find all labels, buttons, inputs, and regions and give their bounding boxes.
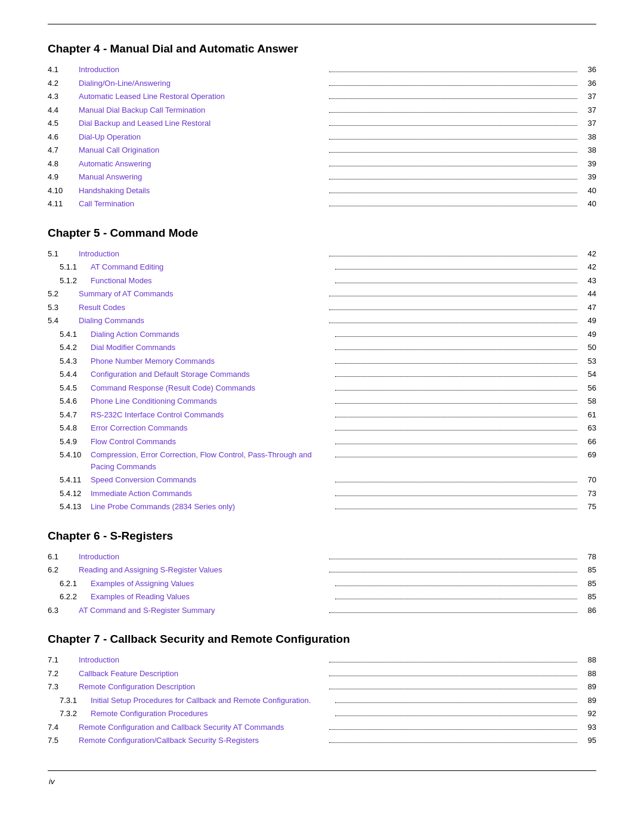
toc-link[interactable]: Automatic Leased Line Restoral Operation — [79, 91, 327, 103]
toc-link[interactable]: Phone Number Memory Commands — [91, 355, 333, 367]
toc-link[interactable]: Line Probe Commands (2834 Series only) — [91, 501, 333, 513]
toc-link[interactable]: Callback Feature Description — [79, 668, 327, 680]
toc-number: 4.3 — [48, 91, 79, 103]
toc-dots — [335, 336, 577, 337]
toc-number: 5.4.11 — [48, 474, 91, 486]
toc-page: 73 — [580, 488, 596, 500]
toc-link[interactable]: Remote Configuration/Callback Security S… — [79, 735, 327, 747]
toc-link[interactable]: Dialing Commands — [79, 315, 327, 327]
toc-dots — [329, 152, 577, 153]
toc-number: 4.10 — [48, 185, 79, 197]
toc-link[interactable]: Remote Configuration Procedures — [91, 708, 333, 720]
toc-dots — [335, 390, 577, 391]
top-border — [48, 24, 596, 24]
toc-link[interactable]: Flow Control Commands — [91, 436, 333, 448]
toc-link[interactable]: Speed Conversion Commands — [91, 474, 333, 486]
toc-link[interactable]: Summary of AT Commands — [79, 288, 327, 300]
toc-dots — [335, 599, 577, 599]
toc-link[interactable]: Manual Dial Backup Call Termination — [79, 104, 327, 116]
toc-number: 5.4.1 — [48, 329, 91, 340]
toc-link[interactable]: Error Correction Commands — [91, 422, 333, 434]
chapter-block-chapter5: Chapter 5 - Command Mode5.1Introduction4… — [48, 227, 596, 513]
toc-link[interactable]: Manual Answering — [79, 171, 327, 183]
toc-number: 5.4.3 — [48, 355, 91, 367]
toc-number: 5.4.9 — [48, 436, 91, 448]
toc-link[interactable]: Introduction — [79, 64, 327, 76]
toc-link[interactable]: Handshaking Details — [79, 185, 327, 197]
toc-entry: 7.1Introduction88 — [48, 654, 596, 666]
toc-entry: 4.6Dial-Up Operation38 — [48, 131, 596, 143]
toc-page: 37 — [580, 117, 596, 129]
toc-page: 56 — [580, 382, 596, 394]
toc-dots — [335, 283, 577, 283]
toc-entry: 7.3.1Initial Setup Procedures for Callba… — [48, 695, 596, 707]
toc-link[interactable]: Dial-Up Operation — [79, 131, 327, 143]
toc-page: 38 — [580, 144, 596, 156]
toc-entry: 5.4.10Compression, Error Correction, Flo… — [48, 449, 596, 472]
toc-link[interactable]: Automatic Answering — [79, 158, 327, 170]
toc-number: 6.2.1 — [48, 578, 91, 590]
toc-link[interactable]: RS-232C Interface Control Commands — [91, 409, 333, 421]
toc-link[interactable]: Introduction — [79, 551, 327, 563]
toc-number: 5.4.8 — [48, 422, 91, 434]
toc-number: 5.4.12 — [48, 488, 91, 500]
toc-number: 6.1 — [48, 551, 79, 563]
toc-page: 58 — [580, 395, 596, 407]
toc-entry: 6.2Reading and Assigning S-Register Valu… — [48, 564, 596, 576]
toc-link[interactable]: Dial Modifier Commands — [91, 342, 333, 354]
toc-link[interactable]: Examples of Reading Values — [91, 591, 333, 603]
toc-link[interactable]: Remote Configuration and Callback Securi… — [79, 721, 327, 733]
toc-number: 5.4 — [48, 315, 79, 327]
toc-link[interactable]: Immediate Action Commands — [91, 488, 333, 500]
toc-dots — [329, 206, 577, 206]
toc-link[interactable]: Call Termination — [79, 198, 327, 210]
toc-link[interactable]: Initial Setup Procedures for Callback an… — [91, 695, 333, 707]
toc-dots — [335, 403, 577, 404]
page-content: Chapter 4 - Manual Dial and Automatic An… — [48, 24, 596, 786]
toc-number: 5.4.6 — [48, 395, 91, 407]
toc-number: 5.4.5 — [48, 382, 91, 394]
toc-dots — [329, 309, 577, 310]
toc-dots — [329, 85, 577, 86]
toc-number: 4.2 — [48, 78, 79, 89]
toc-number: 4.4 — [48, 104, 79, 116]
toc-link[interactable]: Remote Configuration Description — [79, 681, 327, 693]
toc-entry: 4.11Call Termination40 — [48, 198, 596, 210]
toc-link[interactable]: Dial Backup and Leased Line Restoral — [79, 117, 327, 129]
toc-link[interactable]: Result Codes — [79, 302, 327, 314]
toc-link[interactable]: Manual Call Origination — [79, 144, 327, 156]
toc-dots — [335, 586, 577, 586]
toc-dots — [329, 125, 577, 126]
toc-link[interactable]: Functional Modes — [91, 275, 333, 287]
toc-link[interactable]: Phone Line Conditioning Commands — [91, 395, 333, 407]
toc-dots — [329, 256, 577, 256]
toc-link[interactable]: Configuration and Default Storage Comman… — [91, 368, 333, 380]
toc-link[interactable]: Introduction — [79, 654, 327, 666]
toc-page: 36 — [580, 78, 596, 89]
toc-page: 50 — [580, 342, 596, 354]
toc-entry: 5.1.1AT Command Editing42 — [48, 261, 596, 273]
toc-link[interactable]: Reading and Assigning S-Register Values — [79, 564, 327, 576]
bottom-border — [48, 770, 596, 771]
toc-link[interactable]: Compression, Error Correction, Flow Cont… — [91, 449, 333, 472]
toc-link[interactable]: AT Command and S-Register Summary — [79, 605, 327, 617]
toc-link[interactable]: Dialing Action Commands — [91, 329, 333, 340]
toc-link[interactable]: AT Command Editing — [91, 261, 333, 273]
toc-link[interactable]: Introduction — [79, 248, 327, 260]
toc-entry: 4.8Automatic Answering39 — [48, 158, 596, 170]
page-footer: iv — [48, 777, 596, 786]
toc-link[interactable]: Examples of Assigning Values — [91, 578, 333, 590]
toc-entry: 5.4.13Line Probe Commands (2834 Series o… — [48, 501, 596, 513]
toc-page: 37 — [580, 91, 596, 103]
toc-dots — [329, 193, 577, 193]
toc-number: 4.11 — [48, 198, 79, 210]
toc-dots — [335, 417, 577, 417]
toc-dots — [329, 729, 577, 730]
toc-dots — [335, 363, 577, 364]
toc-link[interactable]: Command Response (Result Code) Commands — [91, 382, 333, 394]
toc-link[interactable]: Dialing/On-Line/Answering — [79, 78, 327, 89]
toc-entry: 7.5Remote Configuration/Callback Securit… — [48, 735, 596, 747]
toc-dots — [335, 349, 577, 350]
toc-dots — [335, 444, 577, 444]
toc-number: 5.4.2 — [48, 342, 91, 354]
